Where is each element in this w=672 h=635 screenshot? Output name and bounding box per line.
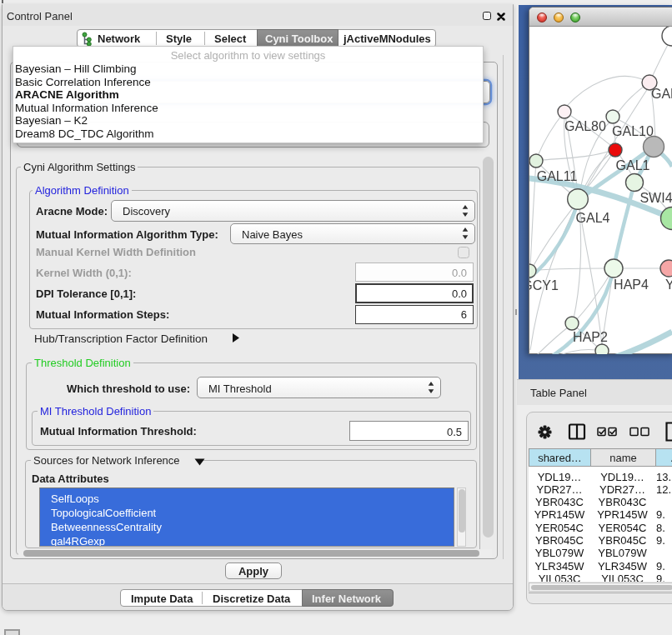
svg-text:GAL8: GAL8 <box>651 87 672 101</box>
svg-text:GAL4: GAL4 <box>576 211 610 225</box>
svg-text:GCY1: GCY1 <box>529 278 559 292</box>
svg-text:GAL1: GAL1 <box>616 158 650 172</box>
svg-text:HAP2: HAP2 <box>573 330 608 344</box>
svg-text:Y: Y <box>665 278 672 292</box>
svg-text:GAL10: GAL10 <box>612 124 654 138</box>
svg-text:GAL80: GAL80 <box>564 119 606 133</box>
svg-text:HAP4: HAP4 <box>614 278 649 292</box>
svg-text:GAL11: GAL11 <box>537 169 578 183</box>
svg-text:SWI4: SWI4 <box>639 191 672 205</box>
